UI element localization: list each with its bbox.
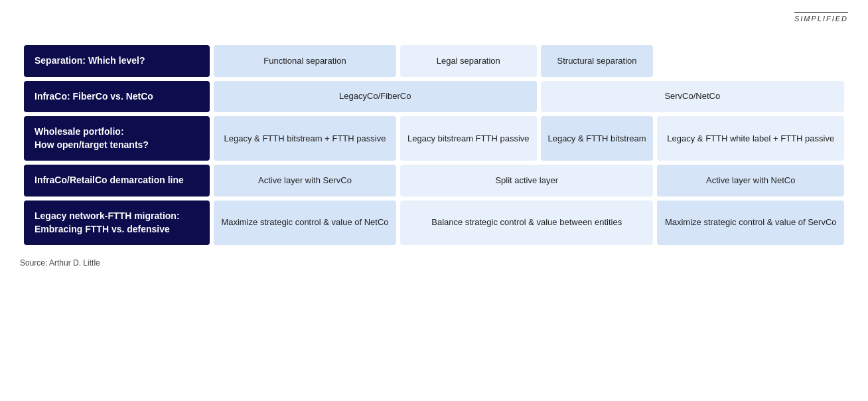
row-label-wholesale: Wholesale portfolio: How open/target ten…	[24, 116, 210, 161]
cell-legal-separation: Legal separation	[400, 45, 537, 77]
main-table: Separation: Which level? Functional sepa…	[20, 41, 848, 249]
cell-legacy-bitstream-ftth-passive: Legacy bitstream FTTH passive	[400, 116, 537, 161]
table-row: InfraCo: FiberCo vs. NetCo LegacyCo/Fibe…	[24, 81, 844, 113]
source-attribution: Source: Arthur D. Little	[20, 258, 848, 268]
cell-legacyco-fiberco: LegacyCo/FiberCo	[214, 81, 537, 113]
cell-legacy-ftth-white-label: Legacy & FTTH white label + FTTH passive	[657, 116, 844, 161]
row-label-infraco: InfraCo: FiberCo vs. NetCo	[24, 81, 210, 113]
cell-functional-separation: Functional separation	[214, 45, 396, 77]
cell-split-active-layer: Split active layer	[400, 165, 653, 197]
cell-structural-separation: Structural separation	[541, 45, 654, 77]
cell-maximize-netco: Maximize strategic control & value of Ne…	[214, 200, 396, 245]
cell-maximize-servco: Maximize strategic control & value of Se…	[657, 200, 844, 245]
cell-legacy-ftth-bitstream-passive: Legacy & FTTH bitstream + FTTH passive	[214, 116, 396, 161]
table-row: Wholesale portfolio: How open/target ten…	[24, 116, 844, 161]
table-row: InfraCo/RetailCo demarcation line Active…	[24, 165, 844, 197]
row-label-migration: Legacy network-FTTH migration: Embracing…	[24, 200, 210, 245]
row-label-separation: Separation: Which level?	[24, 45, 210, 77]
cell-balance-entities: Balance strategic control & value betwee…	[400, 200, 653, 245]
simplified-label: SIMPLIFIED	[794, 12, 848, 23]
row-label-demarcation: InfraCo/RetailCo demarcation line	[24, 165, 210, 197]
table-row: Separation: Which level? Functional sepa…	[24, 45, 844, 77]
cell-legacy-ftth-bitstream: Legacy & FTTH bitstream	[541, 116, 654, 161]
cell-active-layer-netco: Active layer with NetCo	[657, 165, 844, 197]
cell-servco-netco: ServCo/NetCo	[541, 81, 844, 113]
cell-active-layer-servco: Active layer with ServCo	[214, 165, 396, 197]
table-row: Legacy network-FTTH migration: Embracing…	[24, 200, 844, 245]
